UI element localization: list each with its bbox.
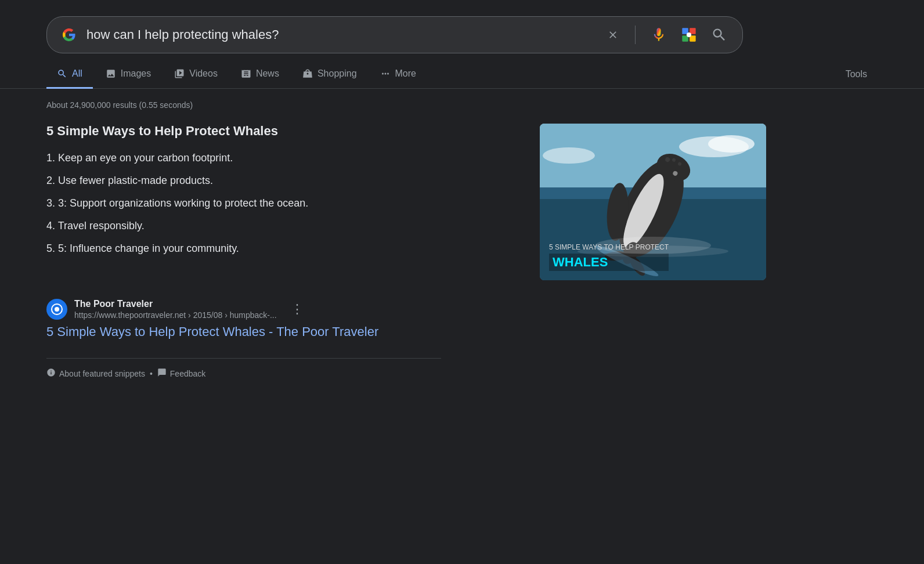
results-stats: About 24,900,000 results (0.55 seconds) [46,100,766,110]
tab-news[interactable]: News [230,60,290,89]
shopping-tab-icon [302,68,313,79]
results-area: About 24,900,000 results (0.55 seconds) … [0,89,813,402]
news-tab-icon [241,68,251,79]
tab-videos-label: Videos [189,68,218,79]
svg-point-9 [708,135,755,153]
search-bar-area [0,0,924,53]
snippet-list: 1. Keep an eye on your carbon footprint.… [46,150,517,256]
search-nav-tabs: All Images Videos News [0,60,924,89]
voice-search-button[interactable] [647,23,670,46]
overlay-small-text: 5 SIMPLE WAYS TO HELP PROTECT [549,243,669,251]
feedback-label: Feedback [170,369,205,378]
tools-label: Tools [846,69,867,79]
snippet-content: 5 Simple Ways to Help Protect Whales 1. … [46,124,517,280]
snippet-divider [46,358,441,359]
action-separator: • [150,369,153,378]
source-info: The Poor Traveler https://www.thepoortra… [46,299,766,320]
tools-button[interactable]: Tools [835,61,878,88]
tab-more-label: More [395,68,416,79]
all-tab-icon [57,68,67,79]
result-link[interactable]: 5 Simple Ways to Help Protect Whales - T… [46,324,766,339]
snippet-image-container[interactable]: 5 SIMPLE WAYS TO HELP PROTECT WHALES [540,124,766,280]
tab-all-label: All [72,68,82,79]
videos-tab-icon [174,68,185,79]
more-tab-icon [380,68,391,79]
search-input[interactable] [86,27,595,42]
source-name: The Poor Traveler [74,299,277,309]
google-g-icon [59,24,80,45]
image-search-button[interactable] [677,23,701,46]
list-item: 3. 3: Support organizations working to p… [46,196,517,211]
source-favicon [46,299,67,320]
list-item: 5. 5: Influence change in your community… [46,241,517,256]
tab-shopping-label: Shopping [317,68,357,79]
list-item: 1. Keep an eye on your carbon footprint. [46,150,517,166]
source-text: The Poor Traveler https://www.thepoortra… [74,299,277,320]
about-snippets-label: About featured snippets [59,369,145,378]
snippet-title: 5 Simple Ways to Help Protect Whales [46,124,517,139]
image-overlay-text: 5 SIMPLE WAYS TO HELP PROTECT WHALES [549,243,669,271]
search-divider [635,26,636,44]
featured-snippet: 5 Simple Ways to Help Protect Whales 1. … [46,124,766,280]
feedback-button[interactable]: Feedback [157,368,205,379]
overlay-large-text: WHALES [549,254,669,271]
tab-images-label: Images [121,68,151,79]
tab-shopping[interactable]: Shopping [292,60,367,89]
svg-point-10 [543,147,595,164]
tab-all[interactable]: All [46,60,93,89]
tab-news-label: News [256,68,279,79]
snippet-actions: About featured snippets • Feedback [46,368,766,379]
list-item: 2. Use fewer plastic-made products. [46,173,517,189]
list-item: 4. Travel responsibly. [46,218,517,234]
svg-point-4 [687,32,691,37]
feedback-icon [157,368,167,379]
search-submit-button[interactable] [708,23,731,46]
tab-more[interactable]: More [370,60,427,89]
search-bar [46,16,743,53]
tab-images[interactable]: Images [95,60,161,89]
source-url[interactable]: https://www.thepoortraveler.net › 2015/0… [74,310,277,320]
favicon-inner [51,303,63,315]
tab-videos[interactable]: Videos [164,60,228,89]
info-icon [46,368,56,379]
source-options-button[interactable]: ⋮ [291,302,304,317]
snippet-image[interactable]: 5 SIMPLE WAYS TO HELP PROTECT WHALES [540,124,766,280]
clear-search-button[interactable] [602,27,623,43]
about-featured-snippets-button[interactable]: About featured snippets [46,368,145,379]
images-tab-icon [106,68,116,79]
